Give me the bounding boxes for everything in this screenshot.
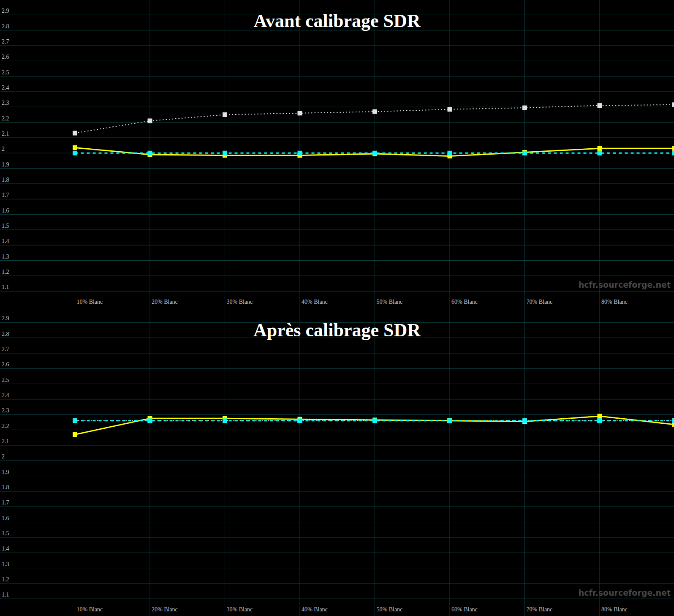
white-dotted-gamma-curve-marker <box>448 107 452 112</box>
y-tick-label: 2.6 <box>2 54 9 60</box>
cyan-reference-gamma-marker <box>223 418 227 423</box>
white-dotted-gamma-curve-marker <box>223 112 227 117</box>
x-tick-label: 70% Blanc <box>527 606 553 613</box>
cyan-reference-gamma-marker <box>598 151 602 155</box>
y-tick-label: 1.7 <box>2 192 9 198</box>
white-dotted-gamma-curve-line <box>75 105 674 133</box>
x-axis-tick-labels: 10% Blanc20% Blanc30% Blanc40% Blanc50% … <box>77 299 628 305</box>
yellow-measured-gamma-marker <box>672 146 674 151</box>
y-tick-label: 2.4 <box>2 84 9 91</box>
y-tick-label: 2 <box>2 453 5 460</box>
cyan-reference-gamma-marker <box>372 151 377 155</box>
series-cyan-reference-gamma <box>73 418 674 423</box>
cyan-reference-gamma-marker <box>73 418 77 423</box>
cyan-reference-gamma-marker <box>298 151 302 155</box>
cyan-reference-gamma-marker <box>448 151 452 155</box>
x-tick-label: 60% Blanc <box>451 299 478 305</box>
y-tick-label: 2.1 <box>2 438 9 444</box>
y-tick-label: 1.8 <box>2 484 9 491</box>
y-tick-label: 2.7 <box>2 346 9 352</box>
y-tick-label: 1.2 <box>2 576 9 583</box>
x-tick-label: 40% Blanc <box>302 299 328 305</box>
y-tick-label: 2.3 <box>2 100 9 106</box>
y-tick-label: 1.5 <box>2 223 9 229</box>
cyan-reference-gamma-marker <box>223 151 227 155</box>
x-tick-label: 50% Blanc <box>377 299 403 305</box>
y-axis-tick-labels: 2.92.82.72.62.52.42.32.22.121.91.81.71.6… <box>2 8 9 290</box>
y-tick-label: 1.7 <box>2 499 9 506</box>
gamma-charts-page: 2.92.82.72.62.52.42.32.22.121.91.81.71.6… <box>0 0 674 616</box>
x-tick-label: 30% Blanc <box>227 299 253 305</box>
cyan-reference-gamma-marker <box>598 418 602 423</box>
y-tick-label: 1.2 <box>2 269 9 275</box>
yellow-measured-gamma-marker <box>73 432 77 437</box>
x-tick-label: 30% Blanc <box>227 606 253 613</box>
series-yellow-measured-gamma <box>73 414 674 437</box>
gridlines <box>0 308 674 616</box>
white-dotted-gamma-curve-marker <box>73 131 77 136</box>
y-tick-label: 2.9 <box>2 315 9 322</box>
y-tick-label: 1.5 <box>2 530 9 537</box>
series-white-dotted-gamma-curve <box>73 102 674 135</box>
chart-apres-plot: 2.92.82.72.62.52.42.32.22.121.91.81.71.6… <box>0 308 674 616</box>
cyan-reference-gamma-marker <box>522 418 527 423</box>
x-tick-label: 40% Blanc <box>302 606 328 613</box>
yellow-measured-gamma-marker <box>598 146 602 151</box>
y-tick-label: 2.8 <box>2 23 9 30</box>
x-tick-label: 80% Blanc <box>601 606 628 613</box>
y-tick-label: 2.4 <box>2 392 9 398</box>
y-tick-label: 2.5 <box>2 69 9 76</box>
gridlines <box>0 0 674 308</box>
y-tick-label: 2.2 <box>2 423 9 429</box>
white-dotted-gamma-curve-marker <box>522 106 527 110</box>
y-tick-label: 1.1 <box>2 591 9 598</box>
y-tick-label: 1.6 <box>2 207 9 214</box>
y-tick-label: 1.1 <box>2 284 9 290</box>
yellow-measured-gamma-marker <box>598 414 602 418</box>
x-tick-label: 20% Blanc <box>152 299 178 305</box>
y-tick-label: 2.6 <box>2 361 9 368</box>
y-tick-label: 1.8 <box>2 177 9 183</box>
cyan-reference-gamma-marker <box>73 151 77 155</box>
cyan-reference-gamma-marker <box>298 418 302 423</box>
y-tick-label: 2.8 <box>2 331 9 337</box>
y-tick-label: 1.9 <box>2 469 9 475</box>
white-dotted-gamma-curve-marker <box>298 111 302 115</box>
chart-avant: 2.92.82.72.62.52.42.32.22.121.91.81.71.6… <box>0 0 674 308</box>
y-tick-label: 1.4 <box>2 238 9 244</box>
y-tick-label: 1.3 <box>2 253 9 260</box>
y-tick-label: 1.9 <box>2 161 9 168</box>
x-tick-label: 80% Blanc <box>601 299 628 305</box>
y-tick-label: 2.3 <box>2 407 9 414</box>
cyan-reference-gamma-marker <box>672 418 674 423</box>
chart-avant-plot: 2.92.82.72.62.52.42.32.22.121.91.81.71.6… <box>0 0 674 308</box>
white-dotted-gamma-curve-marker <box>372 109 377 114</box>
y-tick-label: 2.7 <box>2 38 9 45</box>
white-dotted-gamma-curve-marker <box>598 103 602 108</box>
cyan-reference-gamma-marker <box>672 151 674 155</box>
x-axis-tick-labels: 10% Blanc20% Blanc30% Blanc40% Blanc50% … <box>77 606 628 613</box>
x-tick-label: 20% Blanc <box>152 606 178 613</box>
y-tick-label: 2.5 <box>2 377 9 383</box>
yellow-measured-gamma-marker <box>73 145 77 150</box>
y-tick-label: 1.6 <box>2 515 9 521</box>
y-tick-label: 2.2 <box>2 115 9 122</box>
cyan-reference-gamma-marker <box>372 418 377 423</box>
cyan-reference-gamma-marker <box>148 418 152 423</box>
x-tick-label: 50% Blanc <box>377 606 403 613</box>
x-tick-label: 60% Blanc <box>451 606 478 613</box>
cyan-reference-gamma-marker <box>448 418 452 423</box>
cyan-reference-gamma-marker <box>148 151 152 155</box>
white-dotted-gamma-curve-marker <box>148 118 152 123</box>
white-dotted-gamma-curve-marker <box>672 102 674 107</box>
y-tick-label: 1.3 <box>2 561 9 567</box>
x-tick-label: 70% Blanc <box>527 299 553 305</box>
chart-apres: 2.92.82.72.62.52.42.32.22.121.91.81.71.6… <box>0 308 674 616</box>
cyan-reference-gamma-marker <box>522 151 527 155</box>
y-tick-label: 1.4 <box>2 545 9 552</box>
y-axis-tick-labels: 2.92.82.72.62.52.42.32.22.121.91.81.71.6… <box>2 315 9 598</box>
y-tick-label: 2 <box>2 146 5 152</box>
x-tick-label: 10% Blanc <box>77 606 103 613</box>
y-tick-label: 2.9 <box>2 8 9 14</box>
y-tick-label: 2.1 <box>2 131 9 137</box>
